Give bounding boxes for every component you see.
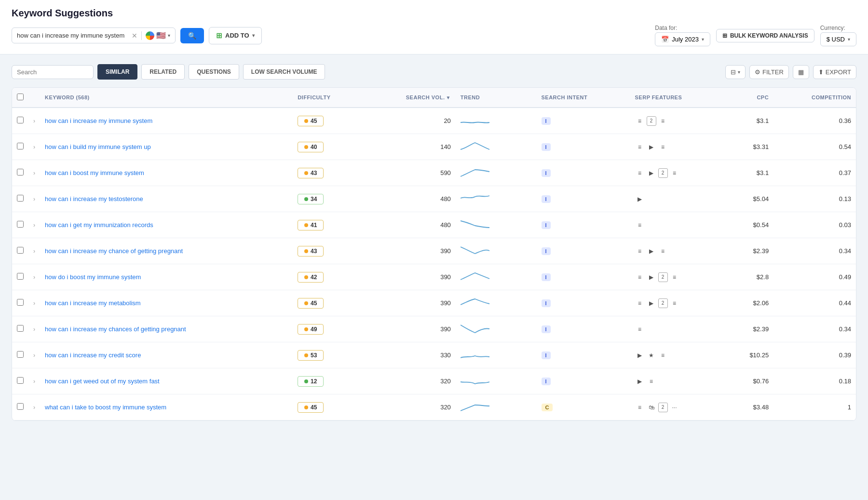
tab-related[interactable]: RELATED xyxy=(141,64,185,80)
search-vol-value: 20 xyxy=(444,117,450,124)
difficulty-dot xyxy=(304,405,308,409)
tab-low-volume[interactable]: LOW SEARCH VOLUME xyxy=(243,64,326,80)
keyword-link[interactable]: how can i increase my immune system xyxy=(45,117,152,124)
serp-video7-icon: ▶ xyxy=(635,351,645,360)
expand-icon[interactable]: › xyxy=(33,144,35,150)
competition-cell: 0.34 xyxy=(773,238,856,264)
serp-icons-group: ≡▶2≡ xyxy=(635,298,720,308)
search-vol-value: 480 xyxy=(440,221,451,229)
expand-cell: › xyxy=(28,290,40,316)
expand-icon[interactable]: › xyxy=(33,170,35,176)
add-to-button[interactable]: ⊞ ADD TO ▾ xyxy=(209,27,262,44)
keyword-link[interactable]: how can i get weed out of my system fast xyxy=(45,378,160,385)
search-vol-value: 390 xyxy=(440,325,451,333)
keyword-link[interactable]: how can i increase my credit score xyxy=(45,351,141,359)
cpc-cell: $0.54 xyxy=(725,212,773,238)
expand-icon[interactable]: › xyxy=(33,118,35,124)
expand-icon[interactable]: › xyxy=(33,326,35,333)
row-checkbox[interactable] xyxy=(17,299,24,306)
trend-cell xyxy=(456,160,537,186)
intent-badge: I xyxy=(542,325,551,333)
serp-features-cell: ▶★≡ xyxy=(630,342,725,368)
clear-search-button[interactable]: ✕ xyxy=(132,32,137,39)
keyword-cell: how can i increase my chance of getting … xyxy=(40,238,293,264)
row-checkbox[interactable] xyxy=(17,143,24,149)
competition-cell: 0.03 xyxy=(773,212,856,238)
serp-features-cell: ▶≡ xyxy=(630,368,725,394)
table-row: › what can i take to boost my immune sys… xyxy=(12,394,856,420)
expand-icon[interactable]: › xyxy=(33,300,35,307)
select-all-checkbox[interactable] xyxy=(17,94,24,100)
row-checkbox[interactable] xyxy=(17,247,24,254)
competition-value: 0.37 xyxy=(839,169,851,176)
keyword-link[interactable]: what can i take to boost my immune syste… xyxy=(45,404,166,411)
row-checkbox[interactable] xyxy=(17,117,24,123)
main-search-input[interactable] xyxy=(17,32,128,39)
row-checkbox[interactable] xyxy=(17,325,24,332)
cpc-cell: $2.8 xyxy=(725,264,773,290)
columns-button[interactable]: ⊟ ▾ xyxy=(725,65,746,79)
col-search-vol[interactable]: SEARCH VOL.▼ xyxy=(364,88,456,108)
serp-pack-icon: ≡ xyxy=(658,116,668,126)
tab-questions[interactable]: QUESTIONS xyxy=(189,64,239,80)
row-checkbox[interactable] xyxy=(17,403,24,410)
search-vol-cell: 390 xyxy=(364,264,456,290)
row-checkbox[interactable] xyxy=(17,351,24,358)
search-button[interactable]: 🔍 xyxy=(180,28,204,43)
keyword-link[interactable]: how can i increase my testosterone xyxy=(45,195,143,203)
chevron-down-icon: ▾ xyxy=(252,33,255,38)
keyword-link[interactable]: how can i increase my metabolism xyxy=(45,299,141,307)
search-vol-value: 590 xyxy=(440,169,451,176)
keyword-link[interactable]: how can i increase my chance of getting … xyxy=(45,247,183,255)
expand-icon[interactable]: › xyxy=(33,274,35,281)
trend-cell xyxy=(456,186,537,212)
keyword-link[interactable]: how can i build my immune system up xyxy=(45,143,151,150)
currency-selector-button[interactable]: $ USD ▾ xyxy=(820,32,856,46)
tab-similar[interactable]: SIMILAR xyxy=(97,64,137,80)
view-toggle-button[interactable]: ▦ xyxy=(793,65,809,79)
competition-value: 0.36 xyxy=(839,117,851,124)
competition-value: 0.54 xyxy=(839,143,851,150)
serp-snippet5-icon: ≡ xyxy=(635,272,645,282)
google-icon xyxy=(146,31,154,40)
bulk-keyword-button[interactable]: ⊞ BULK KEYWORD ANALYSIS xyxy=(716,29,814,42)
expand-icon[interactable]: › xyxy=(33,222,35,229)
serp-features-cell: ≡2≡ xyxy=(630,108,725,134)
search-vol-value: 140 xyxy=(440,143,451,150)
keyword-link[interactable]: how can i boost my immune system xyxy=(45,169,144,176)
expand-icon[interactable]: › xyxy=(33,404,35,411)
table-row: › how can i increase my credit score 53 … xyxy=(12,342,856,368)
expand-icon[interactable]: › xyxy=(33,378,35,385)
difficulty-value: 34 xyxy=(311,196,317,203)
row-checkbox-cell xyxy=(12,316,28,342)
keyword-link[interactable]: how do i boost my immune system xyxy=(45,273,141,281)
row-checkbox[interactable] xyxy=(17,195,24,202)
serp-pack7-icon: ≡ xyxy=(658,351,668,360)
date-selector-button[interactable]: 📅 July 2023 ▾ xyxy=(655,32,710,46)
intent-cell: I xyxy=(537,134,630,160)
competition-cell: 0.18 xyxy=(773,368,856,394)
export-button[interactable]: ⬆ EXPORT xyxy=(813,65,856,79)
keyword-cell: how do i boost my immune system xyxy=(40,264,293,290)
difficulty-value: 12 xyxy=(311,378,317,385)
expand-icon[interactable]: › xyxy=(33,352,35,359)
row-checkbox[interactable] xyxy=(17,169,24,176)
search-vol-cell: 320 xyxy=(364,368,456,394)
filter-button[interactable]: ⚙ FILTER xyxy=(749,65,789,79)
row-checkbox[interactable] xyxy=(17,221,24,228)
engine-selector[interactable]: 🇺🇸 ▾ xyxy=(146,31,170,40)
search-vol-value: 320 xyxy=(440,404,451,411)
filter-search-input[interactable] xyxy=(17,68,98,76)
keyword-link[interactable]: how can i increase my chances of getting… xyxy=(45,325,186,333)
serp-pack5-icon: ≡ xyxy=(670,272,679,282)
serp-snippet2-icon: ≡ xyxy=(635,168,645,178)
intent-cell: I xyxy=(537,368,630,394)
serp-box2-icon: 2 xyxy=(658,168,668,178)
toolbar-row: 🔍 SIMILAR RELATED QUESTIONS LOW SEARCH V… xyxy=(12,64,856,80)
keyword-link[interactable]: how can i get my immunization records xyxy=(45,221,153,229)
row-checkbox[interactable] xyxy=(17,377,24,384)
serp-pack6-icon: ≡ xyxy=(670,298,679,308)
row-checkbox[interactable] xyxy=(17,273,24,280)
expand-icon[interactable]: › xyxy=(33,196,35,203)
expand-icon[interactable]: › xyxy=(33,248,35,255)
